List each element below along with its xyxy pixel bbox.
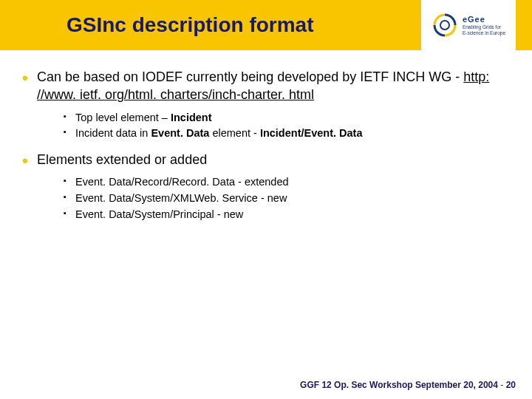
- sub-2-1: Event. Data/Record/Record. Data - extend…: [37, 174, 502, 191]
- logo-text: eGee Enabling Grids for E-science in Eur…: [463, 15, 505, 35]
- footer-dash: -: [500, 380, 505, 390]
- svg-point-0: [440, 21, 449, 30]
- bullet-1-text: Can be based on IODEF currently being de…: [37, 69, 463, 84]
- footer: GGF 12 Op. Sec Workshop September 20, 20…: [300, 380, 516, 390]
- sub-1-2-post: element -: [209, 127, 260, 139]
- sub-2-3-pre: Event. Data/System/Principal - new: [75, 208, 243, 220]
- content-area: Can be based on IODEF currently being de…: [0, 50, 532, 223]
- bullet-2-text: Elements extended or added: [37, 152, 207, 167]
- sub-1-2-pre: Incident data in: [75, 127, 151, 139]
- sub-1-2: Incident data in Event. Data element - I…: [37, 126, 502, 142]
- main-bullet-list: Can be based on IODEF currently being de…: [15, 68, 502, 223]
- logo-inner: eGee Enabling Grids for E-science in Eur…: [432, 12, 505, 38]
- sub-2-2: Event. Data/System/XMLWeb. Service - new: [37, 191, 502, 207]
- sub-1-2-bold2: Incident/Event. Data: [260, 127, 363, 139]
- footer-text: GGF 12 Op. Sec Workshop September 20, 20…: [300, 380, 498, 390]
- page-title: GSInc description format: [66, 13, 314, 37]
- bullet-1-sublist: Top level element – Incident Incident da…: [37, 110, 502, 143]
- bullet-1: Can be based on IODEF currently being de…: [15, 68, 502, 142]
- sub-2-3: Event. Data/System/Principal - new: [37, 207, 502, 223]
- sub-1-2-bold: Event. Data: [151, 127, 209, 139]
- egee-logo: eGee Enabling Grids for E-science in Eur…: [421, 0, 516, 50]
- logo-tagline-2: E-science in Europe: [463, 30, 505, 35]
- logo-tagline-1: Enabling Grids for: [463, 24, 505, 30]
- title-bar: GSInc description format eGee Enabling G…: [0, 0, 532, 50]
- footer-page: 20: [506, 380, 516, 390]
- sub-2-2-pre: Event. Data/System/XMLWeb. Service - new: [75, 192, 287, 204]
- bullet-2-sublist: Event. Data/Record/Record. Data - extend…: [37, 174, 502, 222]
- logo-brand: eGee: [463, 15, 505, 24]
- sub-1-1-bold: Incident: [171, 112, 212, 123]
- bullet-2: Elements extended or added Event. Data/R…: [15, 151, 502, 223]
- sub-2-1-pre: Event. Data/Record/Record. Data - extend…: [75, 176, 289, 188]
- sub-1-1-pre: Top level element –: [75, 112, 171, 123]
- sub-1-1: Top level element – Incident: [37, 110, 502, 126]
- logo-mark-icon: [432, 12, 458, 38]
